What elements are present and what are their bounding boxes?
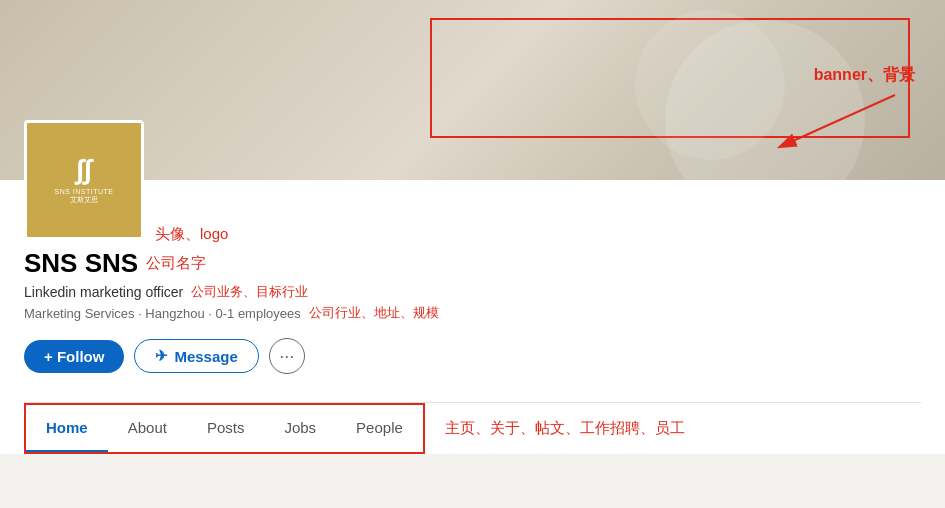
- nav-tabs-inner: Home About Posts Jobs People: [24, 403, 425, 454]
- company-name: SNS SNS: [24, 248, 138, 279]
- tab-about[interactable]: About: [108, 405, 187, 452]
- message-icon: ✈: [155, 347, 168, 365]
- tab-home[interactable]: Home: [26, 405, 108, 452]
- tagline-annotation: 公司业务、目标行业: [191, 283, 308, 301]
- logo-name-zh: 艾斯艾思: [70, 195, 98, 205]
- message-label: Message: [174, 348, 237, 365]
- meta-text: Marketing Services · Hangzhou · 0-1 empl…: [24, 306, 301, 321]
- profile-info: SNS SNS 公司名字 Linkedin marketing officer …: [24, 180, 921, 402]
- tab-posts[interactable]: Posts: [187, 405, 265, 452]
- company-name-row: SNS SNS 公司名字: [24, 248, 921, 279]
- company-tagline: Linkedin marketing officer 公司业务、目标行业: [24, 283, 921, 301]
- profile-header: ∫∫ SNS INSTITUTE 艾斯艾思 头像、logo SNS SNS 公司…: [0, 180, 945, 454]
- company-logo: ∫∫ SNS INSTITUTE 艾斯艾思: [24, 120, 144, 240]
- more-button[interactable]: ···: [269, 338, 305, 374]
- banner-annotation-box: [430, 18, 910, 138]
- follow-button[interactable]: + Follow: [24, 340, 124, 373]
- message-button[interactable]: ✈ Message: [134, 339, 258, 373]
- nav-annotation: 主页、关于、帖文、工作招聘、员工: [445, 419, 685, 438]
- nav-tabs: Home About Posts Jobs People 主页、关于、帖文、工作…: [24, 402, 921, 454]
- meta-annotation: 公司行业、地址、规模: [309, 304, 439, 322]
- tab-people[interactable]: People: [336, 405, 423, 452]
- logo-annotation: 头像、logo: [155, 225, 228, 244]
- tab-jobs[interactable]: Jobs: [264, 405, 336, 452]
- action-buttons: + Follow ✈ Message ···: [24, 338, 921, 374]
- tagline-text: Linkedin marketing officer: [24, 284, 183, 300]
- profile-card: ∫∫ SNS INSTITUTE 艾斯艾思 头像、logo SNS SNS 公司…: [0, 180, 945, 454]
- page-container: banner、背景 ∫∫ SNS INSTITUTE 艾斯艾思 头像、logo: [0, 0, 945, 508]
- logo-symbol: ∫∫: [76, 156, 91, 184]
- company-name-annotation: 公司名字: [146, 254, 206, 273]
- company-meta: Marketing Services · Hangzhou · 0-1 empl…: [24, 304, 921, 322]
- logo-name: SNS INSTITUTE: [54, 188, 113, 195]
